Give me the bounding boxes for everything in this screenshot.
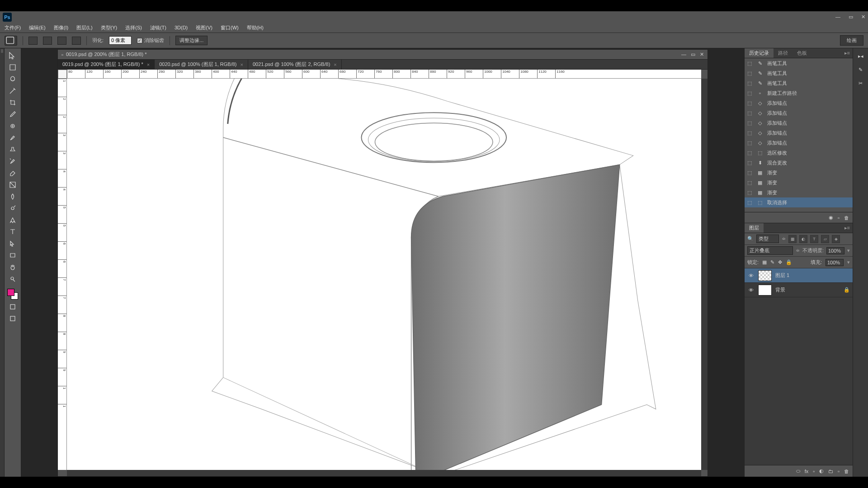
doc-maximize-button[interactable]: ▭ xyxy=(691,52,695,57)
path-select-tool[interactable] xyxy=(6,238,19,249)
dock-grip-icon[interactable]: ▸◂ xyxy=(856,51,866,61)
menu-item[interactable]: 选择(S) xyxy=(125,24,142,31)
filter-adjust-icon[interactable]: ◐ xyxy=(799,235,807,243)
menu-item[interactable]: 类型(Y) xyxy=(101,24,118,31)
layers-panel-menu[interactable]: ▸≡ xyxy=(842,223,853,233)
lasso-tool[interactable] xyxy=(6,74,19,84)
history-item[interactable]: ⬚◇添加锚点 xyxy=(745,128,853,138)
ruler-vertical[interactable]: 1223344556677889911 xyxy=(58,79,67,470)
layer-fx-icon[interactable]: fx xyxy=(805,469,809,474)
tab-close-icon[interactable]: × xyxy=(147,62,150,67)
link-layers-icon[interactable]: ⬭ xyxy=(796,468,800,474)
type-tool[interactable] xyxy=(6,226,19,237)
maximize-button[interactable]: ▭ xyxy=(849,14,853,20)
quickmask-button[interactable] xyxy=(6,301,19,312)
canvas[interactable] xyxy=(67,79,701,470)
delete-layer-icon[interactable]: 🗑 xyxy=(844,469,849,474)
filter-pixel-icon[interactable]: ▦ xyxy=(788,235,797,243)
history-brush-tool[interactable] xyxy=(6,156,19,167)
layer-group-icon[interactable]: 🗀 xyxy=(828,469,833,474)
history-checkbox[interactable]: ⬚ xyxy=(747,180,753,186)
new-layer-icon[interactable]: ▫ xyxy=(838,469,840,474)
menu-item[interactable]: 窗口(W) xyxy=(221,24,239,31)
history-checkbox[interactable]: ⬚ xyxy=(747,170,753,176)
history-panel-menu[interactable]: ▸≡ xyxy=(842,48,853,58)
history-item[interactable]: ⬚✎画笔工具 xyxy=(745,58,853,68)
tab-close-icon[interactable]: × xyxy=(334,62,336,67)
filter-smart-icon[interactable]: ◈ xyxy=(832,235,840,243)
history-checkbox[interactable]: ⬚ xyxy=(747,100,753,106)
history-checkbox[interactable]: ⬚ xyxy=(747,70,753,76)
history-checkbox[interactable]: ⬚ xyxy=(747,130,753,136)
layer-thumbnail[interactable] xyxy=(758,285,772,296)
lock-image-icon[interactable]: ✎ xyxy=(770,259,774,265)
close-button[interactable]: ✕ xyxy=(861,14,865,20)
eyedropper-tool[interactable] xyxy=(6,109,19,120)
layer-mask-icon[interactable]: ▫ xyxy=(813,469,815,474)
screenmode-button[interactable] xyxy=(6,313,19,324)
document-tab[interactable]: 0019.psd @ 200% (图层 1, RGB/8) *× xyxy=(58,60,155,69)
blur-tool[interactable] xyxy=(6,191,19,202)
dodge-tool[interactable] xyxy=(6,203,19,214)
hand-tool[interactable] xyxy=(6,262,19,272)
gradient-tool[interactable] xyxy=(6,179,19,190)
ruler-origin[interactable] xyxy=(58,70,67,79)
history-checkbox[interactable]: ⬚ xyxy=(747,200,753,206)
history-delete-icon[interactable]: 🗑 xyxy=(844,215,849,221)
scrollbar-horizontal[interactable] xyxy=(67,470,701,476)
history-item[interactable]: ⬚▦渐变 xyxy=(745,188,853,197)
history-checkbox[interactable]: ⬚ xyxy=(747,120,753,126)
stamp-tool[interactable] xyxy=(6,144,19,155)
history-item[interactable]: ⬚✎画笔工具 xyxy=(745,78,853,88)
ruler-horizontal[interactable]: 8012016020024028032036040044048052056060… xyxy=(67,70,701,79)
scrollbar-vertical[interactable] xyxy=(701,79,708,470)
history-snapshot-icon[interactable]: ◉ xyxy=(829,215,833,221)
marquee-tool[interactable] xyxy=(6,62,19,73)
history-item[interactable]: ⬚▦渐变 xyxy=(745,168,853,178)
menu-item[interactable]: 滤镜(T) xyxy=(150,24,166,31)
menu-item[interactable]: 3D(D) xyxy=(175,25,188,30)
refine-edge-button[interactable]: 调整边缘... xyxy=(175,36,208,45)
layer-name[interactable]: 背景 xyxy=(775,286,785,293)
filter-kind-select[interactable]: 类型 xyxy=(756,235,779,243)
selection-new-button[interactable] xyxy=(28,37,38,45)
filter-type-icon[interactable]: T xyxy=(810,235,818,243)
lock-pos-icon[interactable]: ✥ xyxy=(778,259,782,265)
tab-paths[interactable]: 路径 xyxy=(774,48,793,58)
menu-item[interactable]: 图层(L) xyxy=(76,24,92,31)
history-item[interactable]: ⬚⬚选区修改 xyxy=(745,148,853,158)
history-item[interactable]: ⬚◇添加锚点 xyxy=(745,138,853,148)
workspace-switcher[interactable]: 绘画 xyxy=(840,35,863,46)
history-item[interactable]: ⬚◇添加锚点 xyxy=(745,118,853,128)
lock-all-icon[interactable]: 🔒 xyxy=(786,259,792,265)
minimize-button[interactable]: — xyxy=(835,14,840,20)
crop-tool[interactable] xyxy=(6,97,19,108)
tool-preset-icon[interactable] xyxy=(5,36,17,46)
color-swatches[interactable] xyxy=(6,288,19,300)
history-checkbox[interactable]: ⬚ xyxy=(747,110,753,116)
menu-item[interactable]: 文件(F) xyxy=(5,24,21,31)
history-item[interactable]: ⬚⬍混合更改 xyxy=(745,158,853,168)
history-checkbox[interactable]: ⬚ xyxy=(747,61,753,66)
healing-tool[interactable] xyxy=(6,121,19,131)
antialias-checkbox[interactable]: ✓ 消除锯齿 xyxy=(137,37,164,44)
opacity-input[interactable]: 100% xyxy=(826,247,844,254)
layer-item[interactable]: 👁背景🔒 xyxy=(745,283,853,297)
feather-input[interactable]: 0 像素 xyxy=(109,36,132,45)
wand-tool[interactable] xyxy=(6,85,19,96)
lock-trans-icon[interactable]: ▦ xyxy=(762,259,767,265)
tool-presets-icon[interactable]: ✂ xyxy=(856,78,866,88)
brush-tool[interactable] xyxy=(6,132,19,143)
selection-add-button[interactable] xyxy=(43,37,52,45)
brush-settings-icon[interactable]: ✎ xyxy=(856,65,866,75)
history-checkbox[interactable]: ⬚ xyxy=(747,190,753,196)
blend-mode-select[interactable]: 正片叠底 xyxy=(747,246,793,255)
tab-swatches[interactable]: 色板 xyxy=(793,48,811,58)
layer-visibility-icon[interactable]: 👁 xyxy=(747,287,755,293)
fill-input[interactable]: 100% xyxy=(826,259,844,266)
zoom-tool[interactable] xyxy=(6,273,19,284)
doc-minimize-button[interactable]: — xyxy=(681,52,686,57)
history-item[interactable]: ⬚◇添加锚点 xyxy=(745,108,853,118)
rectangle-tool[interactable] xyxy=(6,250,19,261)
eraser-tool[interactable] xyxy=(6,168,19,178)
